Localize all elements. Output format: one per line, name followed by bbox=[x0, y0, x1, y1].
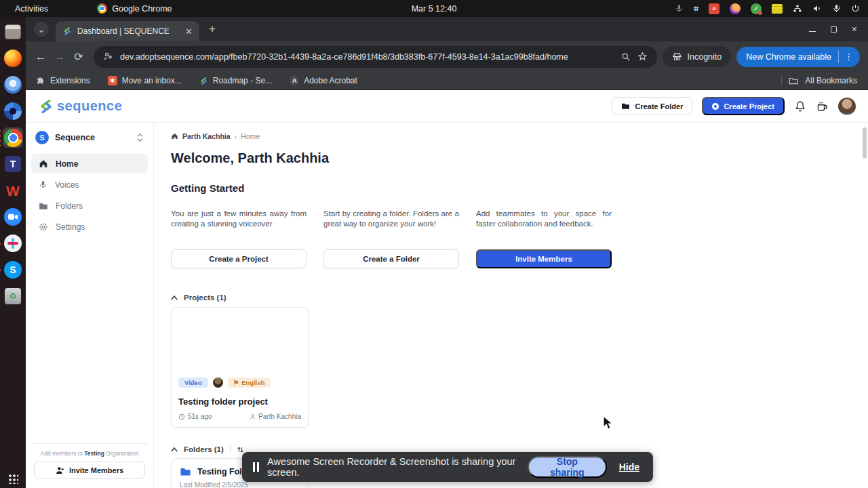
back-button[interactable]: ← bbox=[31, 47, 50, 66]
dock-item-teams[interactable]: T bbox=[3, 154, 23, 174]
main-content: Parth Kachhia › Home Welcome, Parth Kach… bbox=[154, 123, 868, 488]
project-card[interactable]: Video ⚑English Testing folder project 51… bbox=[171, 307, 309, 428]
tab-close-icon[interactable]: ✕ bbox=[185, 26, 193, 37]
breadcrumb-root[interactable]: Parth Kachhia bbox=[182, 132, 231, 140]
breadcrumb-separator: › bbox=[235, 132, 237, 140]
sidebar-item-label: Home bbox=[56, 159, 78, 169]
bookmark-star-icon[interactable] bbox=[637, 52, 648, 62]
minimize-button[interactable] bbox=[809, 31, 816, 32]
sidebar-item-folders[interactable]: Folders bbox=[31, 196, 148, 216]
all-bookmarks[interactable]: All Bookmarks bbox=[781, 76, 857, 85]
bookmark-label: Extensions bbox=[50, 76, 90, 85]
power-icon[interactable] bbox=[851, 4, 860, 13]
focused-app-indicator[interactable]: Google Chrome bbox=[97, 3, 172, 14]
sidebar-item-settings[interactable]: Settings bbox=[31, 217, 148, 237]
chrome-update-button[interactable]: New Chrome available ⋮ bbox=[736, 47, 860, 67]
forward-button[interactable]: → bbox=[50, 47, 69, 66]
user-avatar[interactable] bbox=[838, 98, 856, 115]
projects-section-header[interactable]: Projects (1) bbox=[171, 293, 868, 302]
invite-members-button[interactable]: Invite Members bbox=[34, 462, 145, 479]
workspace-avatar: S bbox=[35, 131, 49, 144]
tab-search-chevron-icon[interactable]: ⌄ bbox=[34, 22, 49, 37]
bookmark-adobe-acrobat[interactable]: A Adobe Acrobat bbox=[290, 76, 357, 85]
screen-recorder-icon[interactable]: » bbox=[709, 3, 719, 14]
sidebar-footer: Add members to Testing Organization Invi… bbox=[31, 443, 148, 481]
dock-item-slack[interactable] bbox=[3, 233, 23, 253]
dock-item-firefox[interactable] bbox=[3, 48, 23, 68]
divider bbox=[230, 445, 231, 453]
dock-item-files[interactable] bbox=[3, 22, 23, 42]
bookmark-label: Move an inbox... bbox=[122, 76, 182, 85]
address-bar[interactable]: dev.adoptsequence.com/app/fbeb7720-32b1-… bbox=[94, 46, 657, 68]
new-tab-button[interactable]: + bbox=[209, 22, 216, 36]
hide-banner-link[interactable]: Hide bbox=[619, 462, 639, 472]
flag-icon: ⚑ bbox=[233, 379, 239, 386]
trash-icon: ♻ bbox=[5, 288, 21, 304]
clock-icon bbox=[178, 413, 185, 420]
reload-button[interactable]: ⟳ bbox=[69, 47, 88, 66]
language-label: English bbox=[241, 379, 264, 386]
folder-icon bbox=[789, 77, 798, 85]
workspace-switcher[interactable]: S Sequence bbox=[31, 131, 148, 154]
sequence-logo[interactable]: sequence bbox=[38, 98, 122, 115]
page-scrollbar[interactable] bbox=[863, 127, 867, 159]
hubspot-icon: ✱ bbox=[108, 76, 117, 85]
breadcrumb-current[interactable]: Home bbox=[241, 132, 260, 140]
create-project-button[interactable]: Create Project bbox=[702, 97, 785, 115]
project-meta: 51s ago Parth Kachhia bbox=[178, 413, 301, 420]
project-owner-label: Parth Kachhia bbox=[258, 413, 301, 420]
chevron-up-down-icon bbox=[136, 133, 144, 142]
bookmark-label: Roadmap - Se... bbox=[213, 76, 272, 85]
microphone-icon[interactable] bbox=[832, 4, 841, 13]
kebab-menu-icon[interactable]: ⋮ bbox=[838, 50, 856, 63]
tab-title: Dashboard | SEQUENCE bbox=[77, 26, 180, 36]
dock-item-chromium[interactable] bbox=[3, 75, 23, 95]
microphone-muted-icon[interactable] bbox=[675, 4, 684, 13]
chevron-up-icon[interactable] bbox=[171, 447, 178, 452]
dock-item-chrome[interactable] bbox=[3, 127, 23, 148]
url-text[interactable]: dev.adoptsequence.com/app/fbeb7720-32b1-… bbox=[120, 52, 614, 62]
project-time-label: 51s ago bbox=[188, 413, 212, 420]
stop-sharing-button[interactable]: Stop sharing bbox=[528, 456, 607, 478]
coffee-cup-icon[interactable] bbox=[816, 100, 829, 113]
dock-item-zoom[interactable] bbox=[3, 207, 23, 227]
create-a-project-button[interactable]: Create a Project bbox=[171, 249, 307, 268]
activities-button[interactable]: Activities bbox=[15, 4, 48, 14]
notes-icon[interactable] bbox=[772, 4, 783, 14]
create-folder-button[interactable]: Create Folder bbox=[612, 97, 692, 115]
tab-dashboard[interactable]: Dashboard | SEQUENCE ✕ bbox=[56, 21, 199, 41]
project-thumbnail bbox=[178, 314, 301, 378]
bookmark-move-an-inbox[interactable]: ✱ Move an inbox... bbox=[108, 76, 182, 85]
dock-item-trash[interactable]: ♻ bbox=[3, 286, 23, 306]
app-header: sequence Create Folder Create Project bbox=[26, 90, 868, 123]
gs-card-project: You are just a few minutes away from cre… bbox=[171, 209, 307, 268]
sidebar-item-voices[interactable]: Voices bbox=[31, 175, 148, 195]
search-icon[interactable] bbox=[621, 52, 631, 62]
site-info-icon[interactable] bbox=[103, 52, 113, 62]
close-button[interactable]: × bbox=[852, 24, 857, 35]
dock-item-blue-app[interactable] bbox=[3, 101, 23, 121]
chevron-up-icon[interactable] bbox=[171, 296, 178, 300]
dock-item-skype[interactable]: S bbox=[3, 260, 23, 280]
status-check-icon[interactable]: ✓ bbox=[751, 3, 762, 14]
sidebar-item-home[interactable]: Home bbox=[31, 154, 148, 174]
slack-tray-icon[interactable]: ⌗ bbox=[694, 4, 698, 14]
sort-icon[interactable] bbox=[237, 446, 244, 453]
create-a-folder-button[interactable]: Create a Folder bbox=[323, 249, 459, 268]
create-folder-label: Create Folder bbox=[635, 102, 683, 110]
bookmark-roadmap[interactable]: Roadmap - Se... bbox=[199, 76, 272, 85]
volume-icon[interactable] bbox=[812, 4, 822, 13]
network-icon[interactable] bbox=[793, 4, 802, 13]
dock-item-wps[interactable]: W bbox=[3, 180, 23, 201]
invite-members-button[interactable]: Invite Members bbox=[476, 249, 612, 268]
bookmark-extensions[interactable]: Extensions bbox=[37, 76, 90, 85]
app-sidebar: S Sequence Home Voices Folders bbox=[26, 123, 154, 488]
project-title[interactable]: Testing folder project bbox=[178, 396, 301, 407]
notifications-bell-icon[interactable] bbox=[794, 100, 806, 113]
teams-icon: T bbox=[5, 156, 21, 172]
show-applications-button[interactable] bbox=[3, 464, 23, 484]
incognito-badge: Incognito bbox=[663, 46, 732, 67]
restore-button[interactable] bbox=[831, 26, 837, 33]
microphone-icon bbox=[39, 180, 47, 189]
firefox-nightly-icon[interactable] bbox=[730, 3, 741, 14]
